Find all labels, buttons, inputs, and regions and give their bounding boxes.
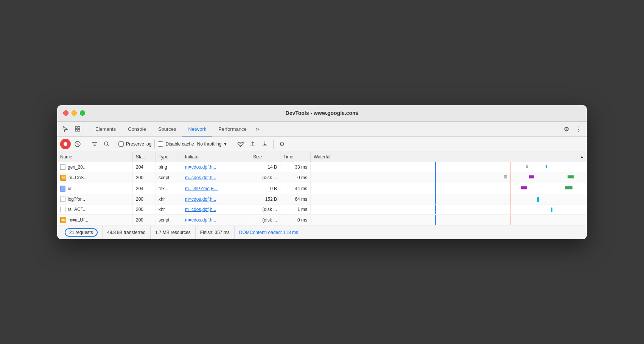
preserve-log-checkbox[interactable]: Preserve log [118,141,151,147]
td-type: script [156,172,182,183]
td-name: JS m=aLUf... [57,215,133,225]
inspect-icon[interactable] [72,124,83,134]
throttling-select[interactable]: No throttling ▼ [196,141,229,147]
td-size: 152 B [250,194,280,204]
table-row[interactable]: gen_20... 204 ping m=cdos,dpf,h... 14 B … [57,162,587,172]
waterfall-bar-purple [521,186,527,189]
record-button[interactable] [60,139,71,149]
clear-button[interactable] [72,139,83,149]
upload-icon[interactable] [247,139,258,149]
more-options-icon[interactable]: ⋮ [573,124,584,134]
td-waterfall [311,162,587,172]
record-inner [64,142,67,146]
td-type: xhr [156,205,182,214]
doc-icon [60,186,65,192]
td-size: (disk ... [250,172,280,183]
td-time: 0 ms [280,172,311,183]
td-status: 204 [133,162,156,172]
th-type[interactable]: Type [156,152,182,162]
td-initiator: m=DhPYme,E... [182,183,250,194]
more-tabs-button[interactable]: » [253,126,262,132]
traffic-lights [63,110,85,116]
td-name: log?for... [57,194,133,204]
td-waterfall [311,205,587,214]
separator-5 [273,139,274,149]
tab-console[interactable]: Console [122,121,152,136]
status-bar: 21 requests 49.8 kB transferred 1.7 MB r… [57,226,587,239]
wifi-icon[interactable] [235,139,246,149]
table-row[interactable]: rs=ACT... 200 xhr m=cdos,dpf,h... (disk … [57,205,587,215]
waterfall-bar-cyan [546,165,547,168]
window-title: DevTools - www.google.com/ [286,110,359,116]
tab-settings-group: ⚙ ⋮ [561,124,584,134]
waterfall-blue-line [435,162,436,172]
preserve-log-label: Preserve log [126,141,151,147]
td-status: 200 [133,205,156,214]
tab-network[interactable]: Network [182,121,213,136]
tabs-list: Elements Console Sources Network Perform… [89,121,561,136]
th-name[interactable]: Name [57,152,133,162]
download-icon[interactable] [260,139,270,149]
maximize-button[interactable] [80,110,85,116]
waterfall-red-line [510,215,510,225]
disable-cache-checkbox[interactable]: Disable cache [158,141,194,147]
svg-rect-0 [75,127,77,129]
throttling-label: No throttling [197,141,222,147]
title-bar: DevTools - www.google.com/ [57,105,587,122]
network-settings-icon[interactable]: ⚙ [277,139,287,149]
td-name: gen_20... [57,162,133,172]
td-type: ping [156,162,182,172]
td-initiator: m=cdos,dpf,h... [182,194,250,204]
th-initiator[interactable]: Initiator [182,152,250,162]
th-waterfall[interactable]: Waterfall ▲ [311,152,587,162]
waterfall-red-line [510,205,510,214]
separator-4 [232,139,232,149]
td-name: ui [57,183,133,194]
table-row[interactable]: ui 204 tex... m=DhPYme,E... 0 B 44 ms [57,183,587,194]
td-size: (disk ... [250,205,280,214]
devtools-tab-bar: Elements Console Sources Network Perform… [57,122,587,137]
close-button[interactable] [63,110,68,116]
waterfall-bar-gray [504,175,507,178]
waterfall-bar-cyan [551,208,552,212]
td-time: 1 ms [280,205,311,214]
td-time: 64 ms [280,194,311,204]
svg-point-8 [240,146,241,147]
dom-content-loaded: DOMContentLoaded: 118 ms [235,226,303,239]
requests-badge: 21 requests [65,228,98,237]
th-time[interactable]: Time [280,152,311,162]
td-time: 44 ms [280,183,311,194]
td-status: 200 [133,215,156,225]
td-size: 0 B [250,183,280,194]
waterfall-red-line [510,172,510,183]
minimize-button[interactable] [72,110,77,116]
td-status: 200 [133,194,156,204]
waterfall-blue-line [435,215,436,225]
disable-cache-input[interactable] [158,141,163,147]
checkbox-icon [60,207,65,212]
network-table: Name Sta... Type Initiator Size Time Wat… [57,152,587,226]
search-button[interactable] [101,139,112,149]
table-row[interactable]: log?for... 200 xhr m=cdos,dpf,h... 152 B… [57,194,587,205]
th-size[interactable]: Size [250,152,280,162]
devtools-window: DevTools - www.google.com/ Elements [57,105,587,239]
td-name: JS m=CnS... [57,172,133,183]
th-status[interactable]: Sta... [133,152,156,162]
filter-button[interactable] [89,139,100,149]
waterfall-bar-gray [526,165,528,168]
network-toolbar: Preserve log Disable cache No throttling… [57,137,587,152]
table-row[interactable]: JS m=CnS... 200 script m=cdos,dpf,h... (… [57,172,587,183]
cursor-icon[interactable] [60,124,71,134]
td-size: 14 B [250,162,280,172]
tab-performance[interactable]: Performance [212,121,252,136]
waterfall-blue-line [435,194,436,204]
preserve-log-input[interactable] [118,141,124,147]
resources-size: 1.7 MB resources [151,226,196,239]
tab-sources[interactable]: Sources [152,121,182,136]
tab-elements[interactable]: Elements [89,121,122,136]
settings-icon[interactable]: ⚙ [561,124,572,134]
td-type: script [156,215,182,225]
svg-line-5 [76,143,79,145]
table-row[interactable]: JS m=aLUf... 200 script m=cdos,dpf,h... … [57,215,587,226]
transferred-size: 49.8 kB transferred [103,226,151,239]
